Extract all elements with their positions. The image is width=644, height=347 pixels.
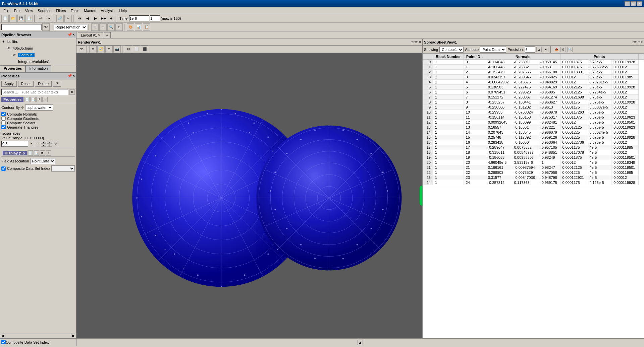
iso-down-btn[interactable]: ▼ [41,144,46,147]
ss-down-btn[interactable]: ▼ [543,47,548,52]
rv-axes-btn[interactable]: ⊕ [89,46,97,53]
compute-normals-check[interactable] [1,112,6,116]
time-step-input[interactable] [150,15,160,21]
attribute-select[interactable]: Point Data Cell Data [480,47,506,53]
help-button[interactable]: ? [53,81,61,87]
open-btn[interactable]: 📂 [9,15,17,22]
pipeline-pin-btn[interactable]: 📌 [67,32,72,37]
disp-tb-btn4[interactable]: ↕ [46,150,51,156]
pipeline-input[interactable] [1,24,42,30]
bottom-arrow-btn[interactable]: ▲ [358,340,363,345]
reset-button[interactable]: Reset [18,81,34,87]
menu-file[interactable]: File [1,8,11,13]
layout-tab-1[interactable]: Layout #1 × [78,32,103,38]
save-state-btn[interactable]: 📑 [25,15,33,22]
compute-scalars-check[interactable] [1,121,6,125]
ss-ctrl-close[interactable]: × [641,40,643,44]
ss-settings-btn[interactable]: ⚙ [560,47,566,52]
eye-btn[interactable]: 👁 [42,23,50,31]
rv-orient-btn[interactable]: 🧭 [97,46,105,53]
rv-ctrl-close[interactable]: × [419,40,421,44]
select-btn[interactable]: ⊡ [99,23,107,31]
tab-properties[interactable]: Properties [0,65,25,72]
iso-refresh-btn[interactable]: ↺ [53,141,58,146]
ss-filter-btn[interactable]: 🔍 [567,47,573,52]
rv-ctrl-3[interactable]: □ [416,40,418,44]
disconnect-btn[interactable]: ✂ [64,15,72,22]
save-btn[interactable]: 💾 [17,15,25,22]
eye-contour-icon[interactable]: 👁 [12,53,17,57]
pipeline-item-builtin[interactable]: 👁 builtin: [0,38,76,45]
menu-filters[interactable]: Filters [54,8,68,13]
first-frame-btn[interactable]: ⏮ [76,15,83,22]
scroll-track[interactable] [5,334,71,338]
props-pin-btn[interactable]: 📌 [67,74,72,78]
scroll-left-btn[interactable]: ◀ [0,334,5,338]
props-tb-btn3[interactable]: ↺ [36,97,42,102]
next-frame-btn[interactable]: ▶▶ [100,15,107,22]
iso-add-btn[interactable]: + [29,141,34,146]
menu-analysis[interactable]: Analysis [99,8,116,13]
eye-builtin-icon[interactable]: 👁 [1,39,6,44]
menu-help[interactable]: Help [117,8,129,13]
field-assoc-select[interactable]: Point Data Cell Data [31,158,55,164]
iso-x-btn[interactable]: x [47,141,52,144]
eye-foam-icon[interactable]: 👁 [7,46,11,51]
redo-btn[interactable]: ↪ [45,15,52,22]
color-by-btn[interactable]: 🎨 [127,23,134,31]
delete-button[interactable]: Delete [35,81,52,87]
reset-cam-btn[interactable]: ⊙ [115,23,123,31]
window-controls[interactable]: _ □ × [625,1,642,6]
eye-integrate-icon[interactable]: 👁 [12,59,17,64]
props-tb-btn4[interactable]: ↕ [42,97,48,102]
play-btn[interactable]: ▶ [92,15,99,22]
ss-up-btn[interactable]: ▲ [536,47,542,52]
add-layout-btn[interactable]: + [104,32,111,38]
pipeline-item-contour[interactable]: 👁 Contour1 [11,52,76,58]
rv-center-btn[interactable]: ⊙ [105,46,113,53]
apply-button[interactable]: Apply [1,81,17,87]
col-block[interactable]: Block Number [433,54,464,60]
pipeline-header-controls[interactable]: 📌 × [67,32,75,37]
menu-edit[interactable]: Edit [12,8,22,13]
bottom-comp-check[interactable] [1,340,6,344]
rv-select-cell-btn[interactable]: ⬜ [133,46,140,53]
search-input[interactable] [1,89,68,95]
prev-frame-btn[interactable]: ◀ [84,15,91,22]
showing-select[interactable]: Contour1 [439,47,464,53]
contour-by-select[interactable]: alpha.water [25,105,53,111]
menu-macros[interactable]: Macros [82,8,98,13]
ss-ctrl-2[interactable]: □ [635,40,637,44]
disp-tb-btn2[interactable]: 📑 [34,150,39,156]
rv-ctrl-1[interactable]: □ [411,40,413,44]
search-settings-btn[interactable]: ⚙ [69,89,75,95]
undo-btn[interactable]: ↩ [37,15,44,22]
render-view-controls[interactable]: □ □ □ × [411,40,421,44]
pipeline-close-btn[interactable]: × [73,32,75,37]
connect-btn[interactable]: 🔗 [56,15,64,22]
rv-camera-btn[interactable]: 📷 [113,46,121,53]
tab-information[interactable]: Information [25,65,51,72]
disp-tb-btn3[interactable]: ↺ [40,150,45,156]
legend-btn[interactable]: 📋 [143,23,150,31]
close-button[interactable]: × [637,1,642,6]
menu-view[interactable]: View [23,8,35,13]
col-points[interactable]: Points [560,54,638,60]
rv-ctrl-2[interactable]: □ [414,40,416,44]
disp-tb-btn1[interactable]: 📄 [28,150,33,156]
time-input[interactable] [129,15,149,21]
new-btn[interactable]: 📄 [1,15,9,22]
ss-ctrl-1[interactable]: □ [633,40,635,44]
iso-norm-btn[interactable]: ÷ [47,144,52,147]
minimize-button[interactable]: _ [625,1,630,6]
menu-sources[interactable]: Sources [36,8,53,13]
iso-value-input[interactable] [1,141,28,147]
zoom-btn[interactable]: 🔍 [107,23,115,31]
rv-3d-btn[interactable]: 3D [78,46,85,53]
scroll-right-btn[interactable]: ▶ [71,334,76,338]
pipeline-item-integrate[interactable]: 👁 IntegrateVariables1 [11,58,76,65]
generate-triangles-check[interactable] [1,125,6,129]
props-header-controls[interactable]: 📌 × [67,74,75,78]
ss-ctrl-3[interactable]: □ [638,40,640,44]
comp-data-select[interactable] [51,165,75,171]
